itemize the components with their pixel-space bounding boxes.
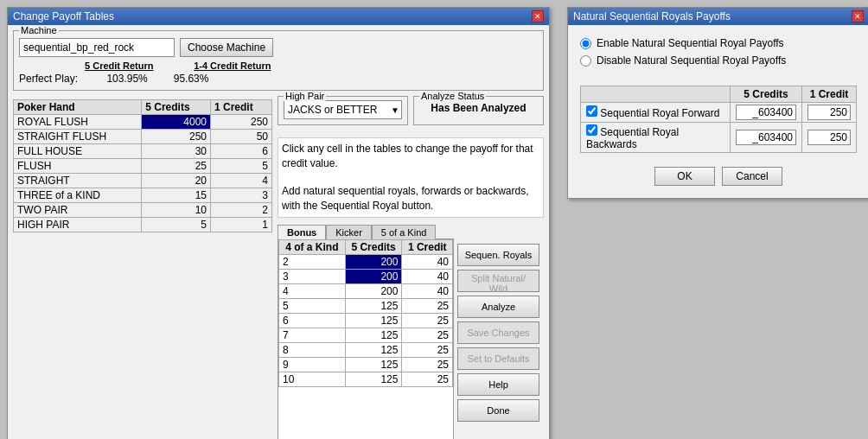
poker-row[interactable]: ROYAL FLUSH4000250 xyxy=(14,115,272,130)
inner-5cr-cell[interactable]: 125 xyxy=(345,298,402,313)
inner-kind-cell[interactable]: 3 xyxy=(279,269,346,283)
inner-1cr-cell[interactable]: 40 xyxy=(402,254,453,269)
inner-5cr-cell[interactable]: 125 xyxy=(345,357,402,372)
poker-1cr-cell[interactable]: 250 xyxy=(211,115,272,130)
poker-5cr-cell[interactable]: 250 xyxy=(142,130,211,144)
inner-1cr-cell[interactable]: 25 xyxy=(402,357,453,372)
inner-row[interactable]: 512525 xyxy=(279,298,453,313)
seq-5cr-input[interactable] xyxy=(736,105,796,120)
poker-1cr-cell[interactable]: 4 xyxy=(211,174,272,188)
inner-kind-cell[interactable]: 8 xyxy=(279,342,346,357)
inner-kind-cell[interactable]: 2 xyxy=(279,254,346,269)
poker-5cr-cell[interactable]: 25 xyxy=(142,159,211,174)
seq-row-checkbox[interactable] xyxy=(586,105,597,117)
poker-row[interactable]: STRAIGHT204 xyxy=(14,174,272,188)
inner-row[interactable]: 220040 xyxy=(279,254,453,269)
disable-radio[interactable] xyxy=(580,55,591,67)
poker-1cr-cell[interactable]: 1 xyxy=(211,218,272,232)
seq-1cr-input[interactable] xyxy=(807,105,851,120)
save-changes-button[interactable]: Save Changes xyxy=(457,321,539,344)
choose-machine-button[interactable]: Choose Machine xyxy=(180,38,273,57)
poker-1cr-cell[interactable]: 3 xyxy=(211,188,272,203)
poker-5cr-cell[interactable]: 15 xyxy=(142,188,211,203)
inner-row[interactable]: 612525 xyxy=(279,313,453,328)
poker-5cr-cell[interactable]: 4000 xyxy=(142,115,211,130)
poker-5cr-cell[interactable]: 30 xyxy=(142,144,211,159)
poker-row[interactable]: TWO PAIR102 xyxy=(14,203,272,218)
poker-5cr-cell[interactable]: 5 xyxy=(142,218,211,232)
machine-label: Machine xyxy=(19,25,59,35)
main-dialog-close[interactable]: ✕ xyxy=(532,10,544,22)
poker-5cr-cell[interactable]: 20 xyxy=(142,174,211,188)
inner-kind-cell[interactable]: 10 xyxy=(279,372,346,386)
machine-input[interactable] xyxy=(19,38,175,57)
cancel-button[interactable]: Cancel xyxy=(722,167,782,186)
credit5-value: 103.95% xyxy=(106,73,147,85)
poker-hand-cell[interactable]: FLUSH xyxy=(14,159,142,174)
poker-hand-cell[interactable]: THREE of a KIND xyxy=(14,188,142,203)
inner-kind-cell[interactable]: 6 xyxy=(279,313,346,328)
poker-hand-cell[interactable]: ROYAL FLUSH xyxy=(14,115,142,130)
split-natural-wild-button[interactable]: Split Natural/ Wild xyxy=(457,270,539,292)
seq-dialog-buttons: OK Cancel xyxy=(573,160,864,193)
poker-1cr-cell[interactable]: 6 xyxy=(211,144,272,159)
poker-1cr-cell[interactable]: 5 xyxy=(211,159,272,174)
seq-1cr-input[interactable] xyxy=(807,130,851,145)
inner-row[interactable]: 712525 xyxy=(279,328,453,342)
inner-1cr-cell[interactable]: 25 xyxy=(402,313,453,328)
poker-hand-cell[interactable]: STRAIGHT FLUSH xyxy=(14,130,142,144)
inner-5cr-cell[interactable]: 125 xyxy=(345,342,402,357)
poker-hand-cell[interactable]: FULL HOUSE xyxy=(14,144,142,159)
inner-row[interactable]: 320040 xyxy=(279,269,453,283)
inner-5cr-cell[interactable]: 125 xyxy=(345,313,402,328)
help-button[interactable]: Help xyxy=(457,373,539,396)
inner-row[interactable]: 420040 xyxy=(279,283,453,298)
done-button[interactable]: Done xyxy=(457,399,539,422)
inner-kind-cell[interactable]: 5 xyxy=(279,298,346,313)
tab-bonus[interactable]: Bonus xyxy=(278,225,326,239)
inner-table-container[interactable]: 4 of a Kind 5 Credits 1 Credit 220040320… xyxy=(278,239,454,439)
sequen-royals-button[interactable]: Sequen. Royals xyxy=(457,244,539,266)
high-pair-select[interactable]: JACKS or BETTER ▼ xyxy=(284,100,402,119)
poker-hand-cell[interactable]: HIGH PAIR xyxy=(14,218,142,232)
inner-1cr-cell[interactable]: 40 xyxy=(402,283,453,298)
poker-row[interactable]: STRAIGHT FLUSH25050 xyxy=(14,130,272,144)
seq-dialog-close[interactable]: ✕ xyxy=(852,10,864,22)
poker-hand-cell[interactable]: STRAIGHT xyxy=(14,174,142,188)
poker-row[interactable]: THREE of a KIND153 xyxy=(14,188,272,203)
poker-row[interactable]: FLUSH255 xyxy=(14,159,272,174)
inner-5cr-cell[interactable]: 200 xyxy=(345,254,402,269)
tab-5-of-a-kind[interactable]: 5 of a Kind xyxy=(372,225,437,239)
inner-1cr-cell[interactable]: 25 xyxy=(402,328,453,342)
inner-kind-cell[interactable]: 4 xyxy=(279,283,346,298)
inner-row[interactable]: 812525 xyxy=(279,342,453,357)
enable-radio[interactable] xyxy=(580,38,591,49)
ok-button[interactable]: OK xyxy=(654,167,715,186)
inner-1cr-cell[interactable]: 25 xyxy=(402,342,453,357)
inner-1cr-cell[interactable]: 40 xyxy=(402,269,453,283)
poker-1cr-cell[interactable]: 2 xyxy=(211,203,272,218)
poker-5cr-cell[interactable]: 10 xyxy=(142,203,211,218)
poker-1cr-cell[interactable]: 50 xyxy=(211,130,272,144)
inner-5cr-cell[interactable]: 200 xyxy=(345,269,402,283)
inner-kind-cell[interactable]: 7 xyxy=(279,328,346,342)
seq-row-checkbox[interactable] xyxy=(586,124,597,136)
credit14-header: 1-4 Credit Return xyxy=(194,60,271,73)
inner-row[interactable]: 1012525 xyxy=(279,372,453,386)
inner-5cr-cell[interactable]: 125 xyxy=(345,372,402,386)
analyze-status-group: Analyze Status Has Been Analyzed xyxy=(413,96,544,125)
set-defaults-button[interactable]: Set to Defaults xyxy=(457,347,539,370)
poker-hand-cell[interactable]: TWO PAIR xyxy=(14,203,142,218)
inner-1cr-cell[interactable]: 25 xyxy=(402,298,453,313)
poker-row[interactable]: HIGH PAIR51 xyxy=(14,218,272,232)
inner-5cr-cell[interactable]: 200 xyxy=(345,283,402,298)
tab-kicker[interactable]: Kicker xyxy=(326,225,372,239)
seq-dialog-titlebar: Natural Sequential Royals Payoffs ✕ xyxy=(568,8,868,25)
inner-kind-cell[interactable]: 9 xyxy=(279,357,346,372)
analyze-button[interactable]: Analyze xyxy=(457,296,539,318)
inner-1cr-cell[interactable]: 25 xyxy=(402,372,453,386)
inner-row[interactable]: 912525 xyxy=(279,357,453,372)
seq-5cr-input[interactable] xyxy=(736,130,796,145)
inner-5cr-cell[interactable]: 125 xyxy=(345,328,402,342)
poker-row[interactable]: FULL HOUSE306 xyxy=(14,144,272,159)
